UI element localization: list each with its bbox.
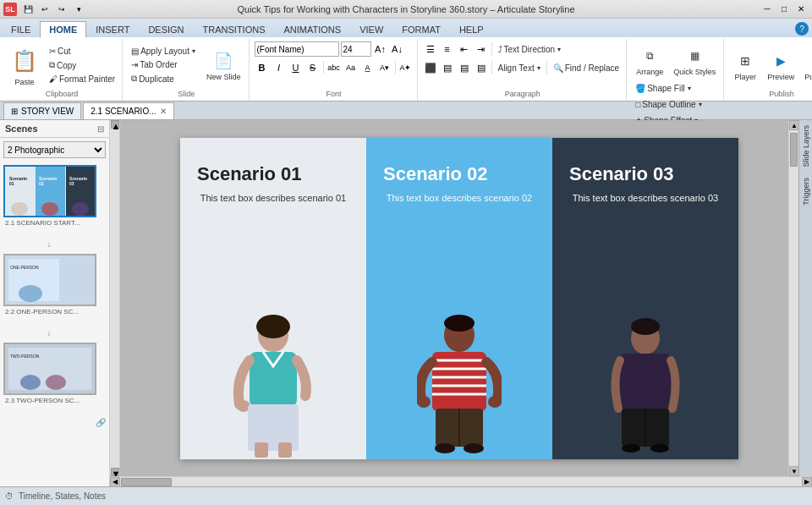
tab-view[interactable]: VIEW — [350, 20, 392, 37]
align-left-btn[interactable]: ⬛ — [423, 60, 438, 75]
undo-btn[interactable]: ↩ — [37, 3, 52, 16]
redo-btn[interactable]: ↪ — [54, 3, 69, 16]
minimize-btn[interactable]: ─ — [760, 3, 775, 16]
quick-styles-btn[interactable]: ▦ Quick Styles — [669, 41, 720, 79]
format-painter-button[interactable]: 🖌 Format Painter — [46, 73, 118, 85]
font-separator2 — [395, 61, 396, 74]
cut-button[interactable]: ✂ Cut — [46, 45, 118, 58]
scroll-track-h — [120, 477, 802, 487]
highlight-btn[interactable]: A▾ — [377, 60, 392, 75]
align-text-arrow: ▾ — [537, 64, 540, 72]
new-slide-button[interactable]: 📄 New Slide — [202, 47, 245, 84]
text-direction-btn[interactable]: ⤴ Text Direction ▾ — [495, 43, 565, 56]
scenario-title-3: Scenario 03 — [552, 138, 738, 192]
bold-btn[interactable]: B — [255, 60, 270, 75]
scenario-tab[interactable]: 2.1 SCENARIO... ✕ — [83, 102, 173, 119]
scene-dropdown[interactable]: 2 Photographic — [3, 141, 106, 158]
strikethrough-btn[interactable]: S — [305, 60, 321, 75]
arrange-icon: ⧉ — [638, 44, 661, 68]
align-right-btn[interactable]: ▤ — [457, 60, 472, 75]
slide-canvas[interactable]: Scenario 01 This text box describes scen… — [180, 138, 738, 459]
player-button[interactable]: ⊞ Player — [729, 47, 761, 84]
scroll-down[interactable]: ▼ — [789, 466, 798, 476]
align-center-btn[interactable]: ▤ — [440, 60, 455, 75]
save-btn[interactable]: 💾 — [20, 3, 36, 16]
scroll-down-btn[interactable]: ▼ — [111, 468, 119, 476]
tab-design[interactable]: DESIGN — [139, 20, 193, 37]
copy-button[interactable]: ⧉ Copy — [46, 58, 118, 72]
scroll-thumb-v[interactable] — [790, 133, 798, 167]
font-case-btn[interactable]: Aa — [343, 60, 359, 75]
decrease-indent-btn[interactable]: ⇤ — [457, 41, 472, 57]
sidebar-collapse-btn[interactable]: ⊟ — [97, 124, 104, 134]
scroll-thumb-h[interactable] — [121, 478, 172, 486]
triggers-tab[interactable]: Triggers — [800, 173, 812, 211]
canvas-with-scroll: ▲ ▼ Scenario 01 This text box describes … — [110, 120, 812, 486]
scroll-left: ▲ ▼ — [110, 120, 120, 476]
scenes-title: Scenes — [5, 124, 38, 134]
svg-point-37 — [488, 396, 502, 408]
publish-content: ⊞ Player ▶ Preview ▲ Publish — [729, 41, 812, 90]
scroll-up[interactable]: ▲ — [789, 120, 798, 130]
tab-format[interactable]: FORMAT — [392, 20, 450, 37]
tab-animations[interactable]: ANIMATIONS — [275, 20, 351, 37]
italic-btn[interactable]: I — [272, 60, 287, 75]
increase-indent-btn[interactable]: ⇥ — [474, 41, 489, 57]
app-icon: SL — [3, 3, 17, 16]
tab-order-button[interactable]: ⇥ Tab Order — [128, 58, 199, 71]
font-size-input[interactable] — [341, 41, 371, 57]
maximize-btn[interactable]: □ — [776, 3, 792, 16]
format-extra-btn[interactable]: A✦ — [398, 60, 414, 75]
scenario-col-2: Scenario 02 This text box describes scen… — [366, 138, 552, 459]
scroll-left-btn[interactable]: ◀ — [110, 477, 120, 487]
shape-outline-btn[interactable]: □ Shape Outline ▾ — [632, 98, 705, 111]
preview-button[interactable]: ▶ Preview — [763, 47, 798, 84]
scenario-image-1 — [180, 205, 366, 459]
arrange-btn[interactable]: ⧉ Arrange — [632, 41, 667, 79]
close-btn[interactable]: ✕ — [793, 3, 809, 16]
underline-btn[interactable]: U — [288, 60, 304, 75]
slide-thumbnail-2[interactable]: ONE-PERSON — [3, 254, 96, 306]
numbered-list-btn[interactable]: ≡ — [440, 41, 455, 57]
slide-layers-tab[interactable]: Slide Layers — [800, 120, 812, 173]
scrollbar-h: ◀ ▶ — [110, 476, 812, 486]
find-replace-icon: 🔍 — [553, 63, 563, 73]
increase-font-btn[interactable]: A↑ — [373, 41, 388, 57]
scenario-image-2 — [366, 205, 552, 459]
slide-thumbnail-3[interactable]: TWO-PERSON — [3, 343, 96, 395]
tab-file[interactable]: FILE — [2, 20, 40, 37]
tab-close-btn[interactable]: ✕ — [160, 107, 167, 116]
shape-fill-btn[interactable]: 🪣 Shape Fill ▾ — [632, 82, 694, 95]
slide-panel-3: TWO-PERSON 2.3 TWO-PERSON SC... — [3, 343, 106, 411]
publish-button[interactable]: ▲ Publish — [800, 47, 812, 84]
font-color-btn[interactable]: A — [360, 60, 376, 75]
help-icon[interactable]: ? — [795, 22, 809, 36]
drawing-row-1: ⧉ Arrange ▦ Quick Styles — [632, 41, 720, 79]
shape-outline-icon: □ — [635, 100, 640, 109]
scroll-up-btn[interactable]: ▲ — [111, 120, 119, 129]
find-replace-btn[interactable]: 🔍 Find / Replace — [550, 62, 623, 74]
paste-button[interactable]: 📋 Paste — [5, 41, 44, 89]
svg-point-43 — [631, 318, 660, 335]
duplicate-button[interactable]: ⧉ Duplicate — [128, 72, 199, 85]
copy-icon: ⧉ — [49, 60, 55, 70]
svg-point-40 — [435, 443, 455, 453]
tab-insert[interactable]: INSERT — [86, 20, 139, 37]
scroll-right-btn[interactable]: ▶ — [802, 477, 812, 487]
story-view-tab[interactable]: ⊞ STORY VIEW — [3, 102, 81, 119]
shadow-btn[interactable]: abc — [326, 60, 342, 75]
tab-home[interactable]: HOME — [40, 21, 86, 38]
tab-help[interactable]: HELP — [450, 20, 493, 37]
tab-transitions[interactable]: TRANSITIONS — [194, 20, 275, 37]
more-btn[interactable]: ▾ — [71, 3, 86, 16]
slide-content: ▤ Apply Layout ▾ ⇥ Tab Order ⧉ Duplicate… — [128, 41, 244, 90]
svg-text:ONE-PERSON: ONE-PERSON — [10, 265, 39, 270]
font-name-input[interactable] — [255, 41, 339, 57]
decrease-font-btn[interactable]: A↓ — [390, 41, 405, 57]
bullet-list-btn[interactable]: ☰ — [423, 41, 438, 57]
apply-layout-button[interactable]: ▤ Apply Layout ▾ — [128, 45, 199, 58]
align-text-btn[interactable]: Align Text ▾ — [495, 62, 544, 74]
slide-thumbnail-1[interactable]: Scenario 01 Scenario 02 Scenario 03 — [3, 165, 96, 217]
justify-btn[interactable]: ▤ — [474, 60, 489, 75]
svg-point-36 — [417, 396, 431, 408]
